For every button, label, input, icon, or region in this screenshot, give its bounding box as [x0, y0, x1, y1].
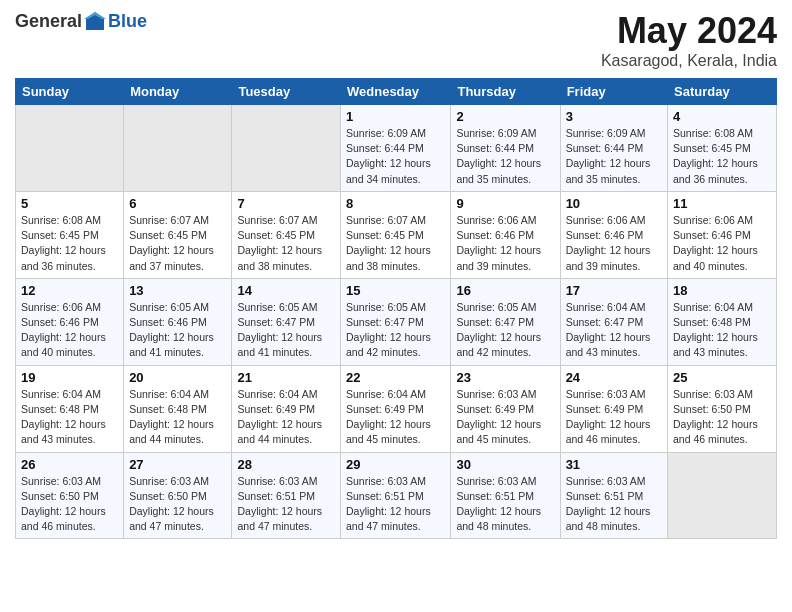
- day-number: 11: [673, 196, 771, 211]
- day-number: 8: [346, 196, 445, 211]
- calendar-cell: 25Sunrise: 6:03 AM Sunset: 6:50 PM Dayli…: [668, 365, 777, 452]
- day-info: Sunrise: 6:03 AM Sunset: 6:50 PM Dayligh…: [129, 474, 226, 535]
- day-number: 13: [129, 283, 226, 298]
- calendar-cell: 26Sunrise: 6:03 AM Sunset: 6:50 PM Dayli…: [16, 452, 124, 539]
- location: Kasaragod, Kerala, India: [601, 52, 777, 70]
- weekday-header-friday: Friday: [560, 79, 667, 105]
- day-number: 6: [129, 196, 226, 211]
- day-number: 28: [237, 457, 335, 472]
- day-info: Sunrise: 6:07 AM Sunset: 6:45 PM Dayligh…: [129, 213, 226, 274]
- calendar-cell: 4Sunrise: 6:08 AM Sunset: 6:45 PM Daylig…: [668, 105, 777, 192]
- day-number: 23: [456, 370, 554, 385]
- calendar-cell: [124, 105, 232, 192]
- calendar-cell: 19Sunrise: 6:04 AM Sunset: 6:48 PM Dayli…: [16, 365, 124, 452]
- calendar-cell: [232, 105, 341, 192]
- logo-icon: [84, 10, 106, 32]
- calendar-cell: 11Sunrise: 6:06 AM Sunset: 6:46 PM Dayli…: [668, 191, 777, 278]
- calendar-cell: 13Sunrise: 6:05 AM Sunset: 6:46 PM Dayli…: [124, 278, 232, 365]
- day-info: Sunrise: 6:03 AM Sunset: 6:51 PM Dayligh…: [346, 474, 445, 535]
- calendar-cell: [16, 105, 124, 192]
- day-number: 17: [566, 283, 662, 298]
- day-number: 15: [346, 283, 445, 298]
- day-number: 14: [237, 283, 335, 298]
- day-info: Sunrise: 6:08 AM Sunset: 6:45 PM Dayligh…: [673, 126, 771, 187]
- day-number: 10: [566, 196, 662, 211]
- calendar-cell: 15Sunrise: 6:05 AM Sunset: 6:47 PM Dayli…: [341, 278, 451, 365]
- calendar-cell: 31Sunrise: 6:03 AM Sunset: 6:51 PM Dayli…: [560, 452, 667, 539]
- day-info: Sunrise: 6:03 AM Sunset: 6:49 PM Dayligh…: [566, 387, 662, 448]
- day-info: Sunrise: 6:07 AM Sunset: 6:45 PM Dayligh…: [237, 213, 335, 274]
- day-info: Sunrise: 6:03 AM Sunset: 6:50 PM Dayligh…: [673, 387, 771, 448]
- day-info: Sunrise: 6:04 AM Sunset: 6:48 PM Dayligh…: [673, 300, 771, 361]
- calendar-cell: 23Sunrise: 6:03 AM Sunset: 6:49 PM Dayli…: [451, 365, 560, 452]
- week-row-4: 19Sunrise: 6:04 AM Sunset: 6:48 PM Dayli…: [16, 365, 777, 452]
- day-number: 16: [456, 283, 554, 298]
- calendar-cell: 27Sunrise: 6:03 AM Sunset: 6:50 PM Dayli…: [124, 452, 232, 539]
- calendar-cell: 3Sunrise: 6:09 AM Sunset: 6:44 PM Daylig…: [560, 105, 667, 192]
- day-number: 29: [346, 457, 445, 472]
- day-number: 25: [673, 370, 771, 385]
- day-info: Sunrise: 6:04 AM Sunset: 6:49 PM Dayligh…: [346, 387, 445, 448]
- day-number: 12: [21, 283, 118, 298]
- calendar-cell: 14Sunrise: 6:05 AM Sunset: 6:47 PM Dayli…: [232, 278, 341, 365]
- day-number: 7: [237, 196, 335, 211]
- calendar-cell: 29Sunrise: 6:03 AM Sunset: 6:51 PM Dayli…: [341, 452, 451, 539]
- week-row-2: 5Sunrise: 6:08 AM Sunset: 6:45 PM Daylig…: [16, 191, 777, 278]
- title-area: May 2024 Kasaragod, Kerala, India: [601, 10, 777, 70]
- calendar-cell: 12Sunrise: 6:06 AM Sunset: 6:46 PM Dayli…: [16, 278, 124, 365]
- week-row-1: 1Sunrise: 6:09 AM Sunset: 6:44 PM Daylig…: [16, 105, 777, 192]
- day-info: Sunrise: 6:03 AM Sunset: 6:51 PM Dayligh…: [237, 474, 335, 535]
- day-info: Sunrise: 6:03 AM Sunset: 6:51 PM Dayligh…: [456, 474, 554, 535]
- day-info: Sunrise: 6:04 AM Sunset: 6:49 PM Dayligh…: [237, 387, 335, 448]
- weekday-header-wednesday: Wednesday: [341, 79, 451, 105]
- day-number: 20: [129, 370, 226, 385]
- day-number: 21: [237, 370, 335, 385]
- calendar-cell: 18Sunrise: 6:04 AM Sunset: 6:48 PM Dayli…: [668, 278, 777, 365]
- weekday-header-row: SundayMondayTuesdayWednesdayThursdayFrid…: [16, 79, 777, 105]
- week-row-5: 26Sunrise: 6:03 AM Sunset: 6:50 PM Dayli…: [16, 452, 777, 539]
- month-year: May 2024: [601, 10, 777, 52]
- day-info: Sunrise: 6:06 AM Sunset: 6:46 PM Dayligh…: [566, 213, 662, 274]
- calendar-cell: 9Sunrise: 6:06 AM Sunset: 6:46 PM Daylig…: [451, 191, 560, 278]
- calendar-cell: 7Sunrise: 6:07 AM Sunset: 6:45 PM Daylig…: [232, 191, 341, 278]
- day-number: 31: [566, 457, 662, 472]
- day-info: Sunrise: 6:09 AM Sunset: 6:44 PM Dayligh…: [456, 126, 554, 187]
- day-info: Sunrise: 6:06 AM Sunset: 6:46 PM Dayligh…: [673, 213, 771, 274]
- day-number: 19: [21, 370, 118, 385]
- calendar-cell: 20Sunrise: 6:04 AM Sunset: 6:48 PM Dayli…: [124, 365, 232, 452]
- calendar-cell: 17Sunrise: 6:04 AM Sunset: 6:47 PM Dayli…: [560, 278, 667, 365]
- day-number: 22: [346, 370, 445, 385]
- logo: General Blue: [15, 10, 147, 32]
- day-number: 24: [566, 370, 662, 385]
- page-header: General Blue May 2024 Kasaragod, Kerala,…: [15, 10, 777, 70]
- calendar-cell: [668, 452, 777, 539]
- day-number: 18: [673, 283, 771, 298]
- logo-blue: Blue: [108, 11, 147, 32]
- day-info: Sunrise: 6:03 AM Sunset: 6:49 PM Dayligh…: [456, 387, 554, 448]
- day-info: Sunrise: 6:05 AM Sunset: 6:47 PM Dayligh…: [456, 300, 554, 361]
- day-info: Sunrise: 6:09 AM Sunset: 6:44 PM Dayligh…: [346, 126, 445, 187]
- day-info: Sunrise: 6:05 AM Sunset: 6:47 PM Dayligh…: [346, 300, 445, 361]
- day-info: Sunrise: 6:05 AM Sunset: 6:46 PM Dayligh…: [129, 300, 226, 361]
- day-number: 1: [346, 109, 445, 124]
- day-number: 26: [21, 457, 118, 472]
- day-number: 30: [456, 457, 554, 472]
- calendar-cell: 22Sunrise: 6:04 AM Sunset: 6:49 PM Dayli…: [341, 365, 451, 452]
- day-info: Sunrise: 6:06 AM Sunset: 6:46 PM Dayligh…: [21, 300, 118, 361]
- weekday-header-sunday: Sunday: [16, 79, 124, 105]
- week-row-3: 12Sunrise: 6:06 AM Sunset: 6:46 PM Dayli…: [16, 278, 777, 365]
- day-number: 4: [673, 109, 771, 124]
- weekday-header-saturday: Saturday: [668, 79, 777, 105]
- day-number: 9: [456, 196, 554, 211]
- day-number: 27: [129, 457, 226, 472]
- calendar-cell: 2Sunrise: 6:09 AM Sunset: 6:44 PM Daylig…: [451, 105, 560, 192]
- calendar-cell: 28Sunrise: 6:03 AM Sunset: 6:51 PM Dayli…: [232, 452, 341, 539]
- weekday-header-tuesday: Tuesday: [232, 79, 341, 105]
- calendar-cell: 6Sunrise: 6:07 AM Sunset: 6:45 PM Daylig…: [124, 191, 232, 278]
- calendar-cell: 21Sunrise: 6:04 AM Sunset: 6:49 PM Dayli…: [232, 365, 341, 452]
- day-info: Sunrise: 6:09 AM Sunset: 6:44 PM Dayligh…: [566, 126, 662, 187]
- day-info: Sunrise: 6:04 AM Sunset: 6:47 PM Dayligh…: [566, 300, 662, 361]
- calendar-cell: 10Sunrise: 6:06 AM Sunset: 6:46 PM Dayli…: [560, 191, 667, 278]
- day-info: Sunrise: 6:04 AM Sunset: 6:48 PM Dayligh…: [129, 387, 226, 448]
- day-number: 2: [456, 109, 554, 124]
